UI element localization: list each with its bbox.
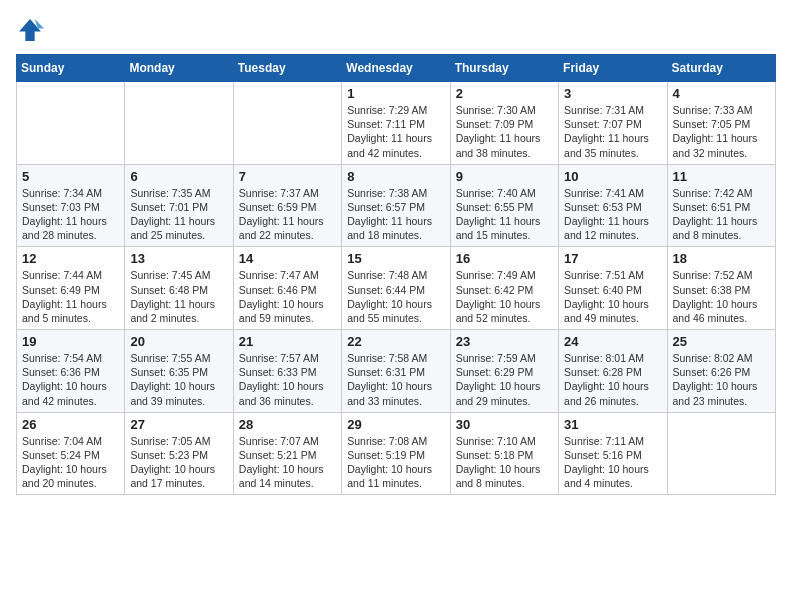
logo <box>16 16 48 44</box>
calendar-cell <box>667 412 775 495</box>
day-number: 18 <box>673 251 770 266</box>
calendar-cell: 5Sunrise: 7:34 AM Sunset: 7:03 PM Daylig… <box>17 164 125 247</box>
day-number: 16 <box>456 251 553 266</box>
day-info: Sunrise: 7:40 AM Sunset: 6:55 PM Dayligh… <box>456 186 553 243</box>
day-number: 21 <box>239 334 336 349</box>
day-number: 25 <box>673 334 770 349</box>
day-info: Sunrise: 7:05 AM Sunset: 5:23 PM Dayligh… <box>130 434 227 491</box>
calendar-cell: 8Sunrise: 7:38 AM Sunset: 6:57 PM Daylig… <box>342 164 450 247</box>
calendar-cell: 23Sunrise: 7:59 AM Sunset: 6:29 PM Dayli… <box>450 330 558 413</box>
day-info: Sunrise: 7:51 AM Sunset: 6:40 PM Dayligh… <box>564 268 661 325</box>
day-info: Sunrise: 7:29 AM Sunset: 7:11 PM Dayligh… <box>347 103 444 160</box>
logo-icon <box>16 16 44 44</box>
day-info: Sunrise: 7:59 AM Sunset: 6:29 PM Dayligh… <box>456 351 553 408</box>
calendar-cell: 6Sunrise: 7:35 AM Sunset: 7:01 PM Daylig… <box>125 164 233 247</box>
day-info: Sunrise: 7:54 AM Sunset: 6:36 PM Dayligh… <box>22 351 119 408</box>
day-info: Sunrise: 8:01 AM Sunset: 6:28 PM Dayligh… <box>564 351 661 408</box>
day-number: 1 <box>347 86 444 101</box>
calendar-cell: 9Sunrise: 7:40 AM Sunset: 6:55 PM Daylig… <box>450 164 558 247</box>
calendar-cell: 25Sunrise: 8:02 AM Sunset: 6:26 PM Dayli… <box>667 330 775 413</box>
calendar-cell: 20Sunrise: 7:55 AM Sunset: 6:35 PM Dayli… <box>125 330 233 413</box>
day-number: 28 <box>239 417 336 432</box>
day-number: 31 <box>564 417 661 432</box>
day-of-week-friday: Friday <box>559 55 667 82</box>
day-number: 2 <box>456 86 553 101</box>
page-header <box>16 16 776 44</box>
day-number: 20 <box>130 334 227 349</box>
day-number: 26 <box>22 417 119 432</box>
day-info: Sunrise: 7:37 AM Sunset: 6:59 PM Dayligh… <box>239 186 336 243</box>
day-info: Sunrise: 7:47 AM Sunset: 6:46 PM Dayligh… <box>239 268 336 325</box>
day-number: 12 <box>22 251 119 266</box>
day-info: Sunrise: 7:44 AM Sunset: 6:49 PM Dayligh… <box>22 268 119 325</box>
calendar-cell: 10Sunrise: 7:41 AM Sunset: 6:53 PM Dayli… <box>559 164 667 247</box>
day-info: Sunrise: 7:08 AM Sunset: 5:19 PM Dayligh… <box>347 434 444 491</box>
day-number: 14 <box>239 251 336 266</box>
day-of-week-wednesday: Wednesday <box>342 55 450 82</box>
calendar-cell: 11Sunrise: 7:42 AM Sunset: 6:51 PM Dayli… <box>667 164 775 247</box>
calendar-cell: 31Sunrise: 7:11 AM Sunset: 5:16 PM Dayli… <box>559 412 667 495</box>
calendar-cell: 17Sunrise: 7:51 AM Sunset: 6:40 PM Dayli… <box>559 247 667 330</box>
day-number: 15 <box>347 251 444 266</box>
calendar-cell: 13Sunrise: 7:45 AM Sunset: 6:48 PM Dayli… <box>125 247 233 330</box>
calendar-cell: 19Sunrise: 7:54 AM Sunset: 6:36 PM Dayli… <box>17 330 125 413</box>
day-info: Sunrise: 7:38 AM Sunset: 6:57 PM Dayligh… <box>347 186 444 243</box>
day-number: 3 <box>564 86 661 101</box>
day-info: Sunrise: 7:33 AM Sunset: 7:05 PM Dayligh… <box>673 103 770 160</box>
calendar-cell: 16Sunrise: 7:49 AM Sunset: 6:42 PM Dayli… <box>450 247 558 330</box>
day-info: Sunrise: 7:41 AM Sunset: 6:53 PM Dayligh… <box>564 186 661 243</box>
calendar-cell <box>233 82 341 165</box>
day-info: Sunrise: 7:45 AM Sunset: 6:48 PM Dayligh… <box>130 268 227 325</box>
day-of-week-sunday: Sunday <box>17 55 125 82</box>
calendar-cell: 21Sunrise: 7:57 AM Sunset: 6:33 PM Dayli… <box>233 330 341 413</box>
calendar-table: SundayMondayTuesdayWednesdayThursdayFrid… <box>16 54 776 495</box>
day-info: Sunrise: 7:52 AM Sunset: 6:38 PM Dayligh… <box>673 268 770 325</box>
day-number: 24 <box>564 334 661 349</box>
day-info: Sunrise: 7:57 AM Sunset: 6:33 PM Dayligh… <box>239 351 336 408</box>
day-number: 9 <box>456 169 553 184</box>
day-info: Sunrise: 8:02 AM Sunset: 6:26 PM Dayligh… <box>673 351 770 408</box>
day-of-week-saturday: Saturday <box>667 55 775 82</box>
calendar-cell: 2Sunrise: 7:30 AM Sunset: 7:09 PM Daylig… <box>450 82 558 165</box>
calendar-cell: 4Sunrise: 7:33 AM Sunset: 7:05 PM Daylig… <box>667 82 775 165</box>
day-info: Sunrise: 7:58 AM Sunset: 6:31 PM Dayligh… <box>347 351 444 408</box>
day-number: 5 <box>22 169 119 184</box>
day-of-week-monday: Monday <box>125 55 233 82</box>
day-info: Sunrise: 7:30 AM Sunset: 7:09 PM Dayligh… <box>456 103 553 160</box>
calendar-cell: 27Sunrise: 7:05 AM Sunset: 5:23 PM Dayli… <box>125 412 233 495</box>
calendar-cell: 30Sunrise: 7:10 AM Sunset: 5:18 PM Dayli… <box>450 412 558 495</box>
day-of-week-thursday: Thursday <box>450 55 558 82</box>
day-info: Sunrise: 7:04 AM Sunset: 5:24 PM Dayligh… <box>22 434 119 491</box>
calendar-cell: 28Sunrise: 7:07 AM Sunset: 5:21 PM Dayli… <box>233 412 341 495</box>
calendar-cell: 29Sunrise: 7:08 AM Sunset: 5:19 PM Dayli… <box>342 412 450 495</box>
calendar-cell: 7Sunrise: 7:37 AM Sunset: 6:59 PM Daylig… <box>233 164 341 247</box>
day-info: Sunrise: 7:11 AM Sunset: 5:16 PM Dayligh… <box>564 434 661 491</box>
day-info: Sunrise: 7:48 AM Sunset: 6:44 PM Dayligh… <box>347 268 444 325</box>
day-number: 7 <box>239 169 336 184</box>
calendar-cell: 22Sunrise: 7:58 AM Sunset: 6:31 PM Dayli… <box>342 330 450 413</box>
day-info: Sunrise: 7:42 AM Sunset: 6:51 PM Dayligh… <box>673 186 770 243</box>
day-number: 29 <box>347 417 444 432</box>
calendar-cell: 12Sunrise: 7:44 AM Sunset: 6:49 PM Dayli… <box>17 247 125 330</box>
calendar-cell: 24Sunrise: 8:01 AM Sunset: 6:28 PM Dayli… <box>559 330 667 413</box>
day-number: 27 <box>130 417 227 432</box>
day-info: Sunrise: 7:10 AM Sunset: 5:18 PM Dayligh… <box>456 434 553 491</box>
calendar-cell: 3Sunrise: 7:31 AM Sunset: 7:07 PM Daylig… <box>559 82 667 165</box>
calendar-cell: 15Sunrise: 7:48 AM Sunset: 6:44 PM Dayli… <box>342 247 450 330</box>
day-number: 17 <box>564 251 661 266</box>
calendar-cell: 18Sunrise: 7:52 AM Sunset: 6:38 PM Dayli… <box>667 247 775 330</box>
day-of-week-tuesday: Tuesday <box>233 55 341 82</box>
day-info: Sunrise: 7:49 AM Sunset: 6:42 PM Dayligh… <box>456 268 553 325</box>
calendar-cell <box>17 82 125 165</box>
day-number: 22 <box>347 334 444 349</box>
calendar-cell: 14Sunrise: 7:47 AM Sunset: 6:46 PM Dayli… <box>233 247 341 330</box>
day-number: 23 <box>456 334 553 349</box>
day-info: Sunrise: 7:34 AM Sunset: 7:03 PM Dayligh… <box>22 186 119 243</box>
day-number: 6 <box>130 169 227 184</box>
day-number: 13 <box>130 251 227 266</box>
day-number: 30 <box>456 417 553 432</box>
day-number: 10 <box>564 169 661 184</box>
day-number: 8 <box>347 169 444 184</box>
day-info: Sunrise: 7:35 AM Sunset: 7:01 PM Dayligh… <box>130 186 227 243</box>
day-number: 4 <box>673 86 770 101</box>
